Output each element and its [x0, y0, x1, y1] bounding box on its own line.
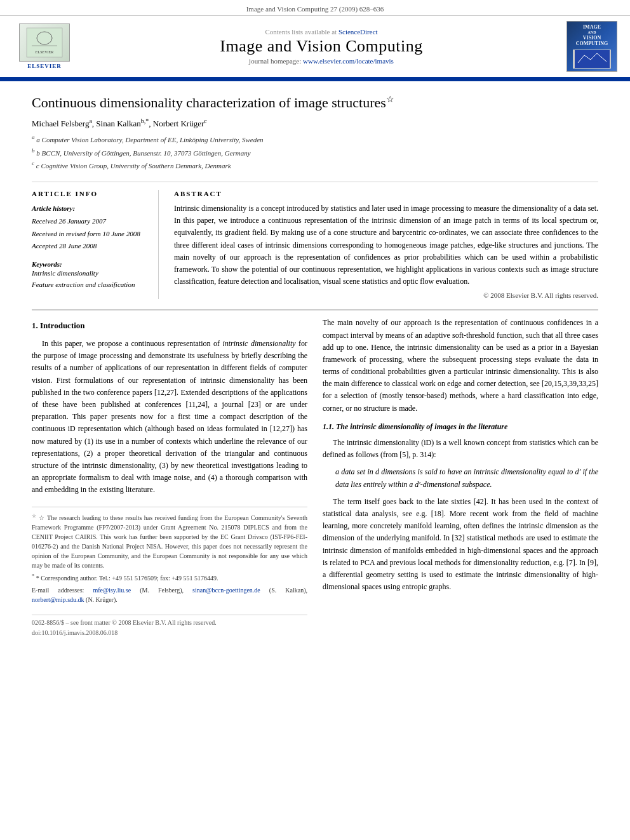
footnotes: ☆ ☆ The research leading to these result…	[32, 507, 307, 605]
abstract-copyright: © 2008 Elsevier B.V. All rights reserved…	[174, 291, 598, 299]
email-link-2[interactable]: sinan@bccn-goettingen.de	[192, 587, 260, 594]
article-history: Article history: Received 26 January 200…	[32, 203, 148, 253]
homepage-link[interactable]: www.elsevier.com/locate/imavis	[303, 57, 394, 65]
footnote-star: ☆ ☆ The research leading to these result…	[32, 512, 307, 570]
keyword-2: Feature extraction and classification	[32, 279, 148, 291]
affiliation-a: a a Computer Vision Laboratory, Departme…	[32, 133, 598, 145]
subsection-1-1-heading: 1.1. The intrinsic dimensionality of ima…	[323, 421, 598, 433]
abstract-col: ABSTRACT Intrinsic dimensionality is a c…	[174, 190, 598, 299]
block-quote: a data set in d dimensions is said to ha…	[335, 466, 598, 490]
article-info-col: ARTICLE INFO Article history: Received 2…	[32, 190, 159, 299]
abstract-text: Intrinsic dimensionality is a concept in…	[174, 203, 598, 288]
journal-main-title: Image and Vision Computing	[76, 37, 566, 56]
journal-top-bar: Image and Vision Computing 27 (2009) 628…	[0, 0, 630, 16]
journal-header: ELSEVIER ELSEVIER Contents lists availab…	[0, 16, 630, 79]
affiliation-c: c c Cognitive Vision Group, University o…	[32, 159, 598, 171]
elsevier-label: ELSEVIER	[27, 63, 62, 69]
article-content: Continuous dimensionality characterizati…	[0, 81, 630, 651]
elsevier-logo: ELSEVIER ELSEVIER	[13, 23, 76, 69]
journal-homepage: journal homepage: www.elsevier.com/locat…	[76, 57, 566, 65]
journal-cover-image: image and vision computing	[566, 21, 617, 72]
svg-rect-4	[575, 50, 610, 68]
sciencedirect-link: Contents lists available at ScienceDirec…	[76, 28, 566, 36]
elsevier-logo-image: ELSEVIER	[19, 23, 70, 62]
affiliation-b: b b BCCN, University of Göttingen, Bunse…	[32, 146, 598, 159]
article-title: Continuous dimensionality characterizati…	[32, 94, 598, 112]
right-para-1: The main novelty of our approach is the …	[323, 317, 598, 415]
article-affiliations: a a Computer Vision Laboratory, Departme…	[32, 133, 598, 171]
right-para-2: The intrinsic dimensionality (iD) is a w…	[323, 437, 598, 461]
info-abstract-row: ARTICLE INFO Article history: Received 2…	[32, 190, 598, 299]
email-link-1[interactable]: mfe@isy.liu.se	[93, 587, 131, 594]
email-link-3[interactable]: norbert@mip.sdu.dk	[32, 596, 84, 603]
body-left-col: 1. Introduction In this paper, we propos…	[32, 317, 307, 638]
page-container: Image and Vision Computing 27 (2009) 628…	[0, 0, 630, 651]
svg-text:ELSEVIER: ELSEVIER	[36, 50, 53, 54]
body-divider	[32, 309, 598, 310]
section1-heading: 1. Introduction	[32, 319, 307, 333]
footnote-corresponding: * * Corresponding author. Tel.: +49 551 …	[32, 573, 307, 583]
section-divider-1	[32, 182, 598, 182]
sciencedirect-anchor[interactable]: ScienceDirect	[338, 28, 378, 36]
article-info-label: ARTICLE INFO	[32, 190, 148, 197]
right-para-3: The term itself goes back to the late si…	[323, 496, 598, 594]
keyword-1: Intrinsic dimensionality	[32, 268, 148, 279]
two-column-body: 1. Introduction In this paper, we propos…	[32, 317, 598, 638]
abstract-label: ABSTRACT	[174, 190, 598, 197]
bottom-info: 0262-8856/$ – see front matter © 2008 El…	[32, 615, 307, 638]
title-star: ☆	[386, 95, 394, 104]
journal-citation: Image and Vision Computing 27 (2009) 628…	[246, 5, 384, 13]
body-right-col: The main novelty of our approach is the …	[323, 317, 598, 638]
article-authors: Michael Felsberga, Sinan Kalkanb,*, Norb…	[32, 117, 598, 129]
keywords-section: Keywords: Intrinsic dimensionality Featu…	[32, 260, 148, 290]
footnote-emails: E-mail addresses: mfe@isy.liu.se (M. Fel…	[32, 585, 307, 604]
body-para-1: In this paper, we propose a continuous r…	[32, 338, 307, 496]
journal-title-center: Contents lists available at ScienceDirec…	[76, 28, 566, 65]
